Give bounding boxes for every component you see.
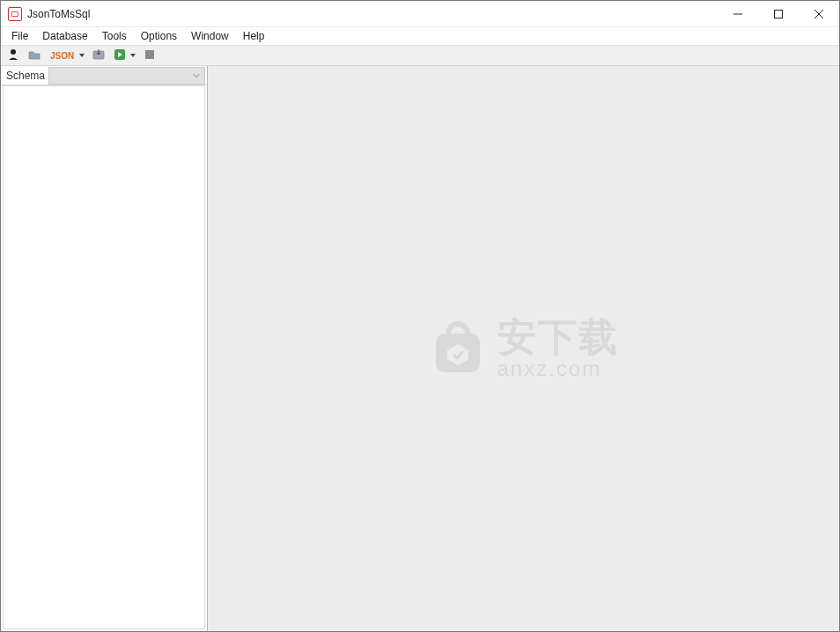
toolbar-run-dropdown[interactable] <box>111 47 137 64</box>
chevron-down-icon <box>129 52 136 59</box>
toolbar-run-caret[interactable] <box>129 47 137 64</box>
minimize-button[interactable] <box>718 1 758 27</box>
schema-tree[interactable] <box>3 85 205 629</box>
schema-select-caret-icon <box>192 71 201 80</box>
open-folder-icon <box>28 48 41 63</box>
toolbar-json-caret[interactable] <box>77 47 86 64</box>
close-button[interactable] <box>799 1 839 27</box>
menu-help[interactable]: Help <box>236 28 272 44</box>
svg-point-6 <box>11 49 16 55</box>
run-icon <box>114 48 126 63</box>
schema-label: Schema <box>1 70 48 82</box>
app-window: JsonToMsSql File Database Tools Options … <box>0 0 840 632</box>
sidebar: Schema <box>1 66 208 631</box>
svg-rect-1 <box>12 12 18 16</box>
menu-window[interactable]: Window <box>184 28 236 44</box>
connect-icon <box>7 48 19 63</box>
schema-select[interactable] <box>48 67 205 85</box>
toolbar-open-button[interactable] <box>26 47 43 64</box>
menu-tools[interactable]: Tools <box>95 28 134 44</box>
client-area: Schema <box>1 66 839 631</box>
toolbar: JSON <box>1 45 839 66</box>
close-icon <box>814 10 823 18</box>
stop-icon <box>144 48 156 63</box>
window-title: JsonToMsSql <box>27 8 90 20</box>
app-icon <box>8 7 22 21</box>
chevron-down-icon <box>78 52 85 59</box>
watermark-text: 安下载 anxz.com <box>497 318 619 379</box>
import-icon <box>92 48 105 63</box>
watermark: 安下载 anxz.com <box>429 318 619 379</box>
schema-row: Schema <box>1 66 207 85</box>
toolbar-import-button[interactable] <box>90 47 107 64</box>
title-bar: JsonToMsSql <box>1 1 839 27</box>
maximize-button[interactable] <box>758 1 799 27</box>
toolbar-run-button[interactable] <box>111 47 129 64</box>
toolbar-json-dropdown[interactable]: JSON <box>47 47 86 64</box>
watermark-line1: 安下载 <box>497 318 619 356</box>
workspace: 安下载 anxz.com <box>208 66 839 631</box>
svg-rect-3 <box>775 10 783 18</box>
svg-rect-9 <box>145 50 154 59</box>
minimize-icon <box>733 10 742 18</box>
maximize-icon <box>774 10 783 18</box>
watermark-line2: anxz.com <box>497 358 619 379</box>
json-icon: JSON <box>50 51 74 61</box>
toolbar-stop-button[interactable] <box>141 47 158 64</box>
menu-bar: File Database Tools Options Window Help <box>1 27 839 45</box>
menu-options[interactable]: Options <box>134 28 184 44</box>
menu-database[interactable]: Database <box>35 28 94 44</box>
watermark-bag-icon <box>429 320 487 378</box>
toolbar-connect-button[interactable] <box>4 47 22 64</box>
toolbar-json-button[interactable]: JSON <box>47 47 77 64</box>
menu-file[interactable]: File <box>4 28 35 44</box>
